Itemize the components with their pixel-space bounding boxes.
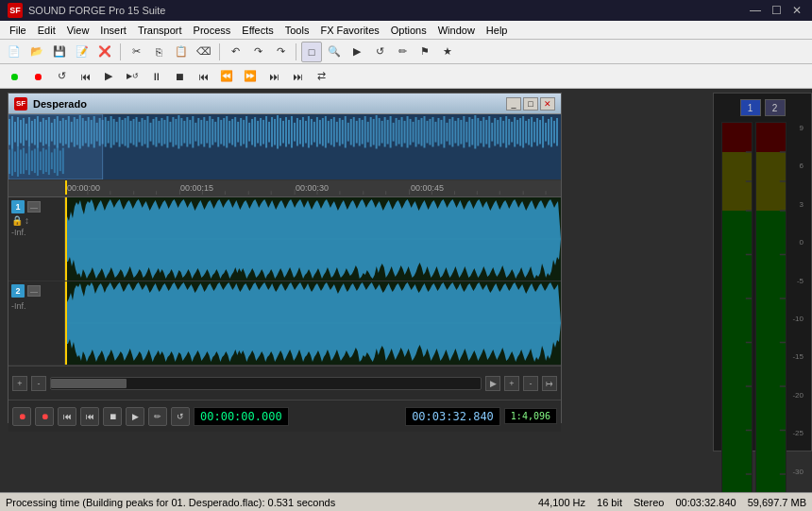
star-button[interactable]: ★ — [437, 42, 458, 62]
transport-edit-button[interactable]: ✏ — [148, 407, 167, 426]
next-button[interactable]: ⏭ — [263, 66, 284, 87]
rec-button[interactable]: ⏺ — [27, 66, 48, 87]
transport-rec-arm-button[interactable]: ⏺ — [35, 407, 54, 426]
close-file-button[interactable]: ❌ — [94, 42, 115, 62]
add-track-button[interactable]: + — [12, 376, 27, 391]
redo2-button[interactable]: ↷ — [270, 42, 291, 62]
zoom-fit-button[interactable]: ↦ — [542, 376, 557, 391]
svg-rect-114 — [328, 121, 330, 144]
menu-insert[interactable]: Insert — [94, 23, 132, 38]
svg-rect-72 — [209, 116, 211, 148]
menu-file[interactable]: File — [4, 23, 32, 38]
svg-rect-112 — [322, 118, 324, 146]
menu-transport[interactable]: Transport — [132, 23, 188, 38]
remove-track-button[interactable]: - — [31, 376, 46, 391]
vu-channel-1-button[interactable]: 1 — [740, 99, 761, 116]
track-area: 00:00:00 00:00:15 00:00:30 00:00:45 — [8, 180, 561, 366]
svg-rect-89 — [257, 121, 259, 144]
pencil-button[interactable]: ✏ — [392, 42, 413, 62]
menu-view[interactable]: View — [61, 23, 95, 38]
scrollbar-thumb[interactable] — [51, 379, 127, 388]
save-button[interactable]: 💾 — [49, 42, 70, 62]
aw-minimize-button[interactable]: _ — [506, 97, 521, 111]
waveform-overview[interactable] — [8, 114, 561, 180]
play-loop-button[interactable]: ▶↺ — [122, 66, 143, 87]
menu-help[interactable]: Help — [481, 23, 514, 38]
menu-edit[interactable]: Edit — [32, 23, 61, 38]
open-button[interactable]: 📂 — [26, 42, 47, 62]
cut-button[interactable]: ✂ — [126, 42, 146, 62]
menu-fx-favorites[interactable]: FX Favorites — [314, 23, 384, 38]
pause-button[interactable]: ⏸ — [145, 66, 166, 87]
track-2-mute[interactable]: — — [27, 285, 41, 297]
zoom-out-button[interactable]: - — [523, 376, 538, 391]
close-button[interactable]: ✕ — [789, 3, 804, 18]
transport-record-button[interactable]: ⏺ — [12, 407, 31, 426]
window-controls[interactable]: — ☐ ✕ — [748, 3, 804, 18]
zoom-button[interactable]: 🔍 — [324, 42, 345, 62]
vu-scale-0: 0 — [787, 238, 804, 247]
track-2-waveform[interactable] — [65, 281, 561, 365]
select-button[interactable]: □ — [301, 42, 322, 62]
marker-button[interactable]: ⚑ — [414, 42, 435, 62]
undo-button[interactable]: ↶ — [225, 42, 245, 62]
vu-scale-n15: -15 — [787, 352, 804, 361]
vu-scale-3: 3 — [787, 200, 804, 209]
zoom-in-button[interactable]: + — [504, 376, 519, 391]
svg-rect-181 — [516, 120, 518, 145]
channels-display: Stereo — [634, 497, 664, 508]
svg-rect-147 — [421, 118, 423, 146]
svg-rect-122 — [350, 119, 352, 145]
stop-button[interactable]: ⏹ — [169, 66, 190, 87]
menu-effects[interactable]: Effects — [236, 23, 279, 38]
transport-prev-button[interactable]: ⏮ — [80, 407, 99, 426]
aw-maximize-button[interactable]: □ — [523, 97, 538, 111]
aw-close-button[interactable]: ✕ — [540, 97, 555, 111]
svg-rect-102 — [294, 123, 296, 142]
record-indicator[interactable]: ⏺ — [4, 66, 25, 87]
svg-rect-96 — [277, 115, 279, 148]
loop-button[interactable]: ↺ — [369, 42, 390, 62]
prev-button[interactable]: ⏮ — [193, 66, 213, 87]
redo-button[interactable]: ↷ — [247, 42, 268, 62]
copy-button[interactable]: ⎘ — [148, 42, 169, 62]
svg-rect-176 — [502, 121, 504, 144]
svg-rect-163 — [465, 122, 467, 143]
end-button[interactable]: ⏭ — [287, 66, 308, 87]
time-ruler[interactable]: 00:00:00 00:00:15 00:00:30 00:00:45 — [8, 180, 561, 197]
horizontal-scrollbar[interactable] — [50, 377, 482, 390]
track-1-waveform[interactable] — [65, 197, 561, 281]
track-1-mute[interactable]: — — [27, 201, 41, 213]
main-area: SF Desperado _ □ ✕ — [0, 89, 812, 458]
svg-rect-150 — [429, 119, 431, 145]
maximize-button[interactable]: ☐ — [769, 3, 784, 18]
svg-rect-80 — [231, 119, 233, 145]
saveas-button[interactable]: 📝 — [72, 42, 93, 62]
transport-loop-button[interactable]: ↺ — [171, 407, 190, 426]
vu-channel-2-button[interactable]: 2 — [765, 99, 786, 116]
loop-region-button[interactable]: ⇄ — [311, 66, 331, 87]
menu-process[interactable]: Process — [188, 23, 237, 38]
menu-tools[interactable]: Tools — [279, 23, 315, 38]
svg-rect-127 — [364, 116, 366, 148]
transport-rewind-button[interactable]: ⏮ — [58, 407, 76, 426]
fast-rewind-button[interactable]: ⏪ — [216, 66, 237, 87]
play-button[interactable]: ▶ — [98, 66, 119, 87]
minimize-button[interactable]: — — [748, 3, 763, 18]
svg-rect-41 — [122, 120, 124, 145]
menu-options[interactable]: Options — [385, 23, 432, 38]
new-button[interactable]: 📄 — [4, 42, 25, 62]
menu-window[interactable]: Window — [432, 23, 481, 38]
svg-rect-46 — [136, 117, 138, 147]
rewind-button[interactable]: ⏮ — [75, 66, 95, 87]
prev-marker-button[interactable]: ↺ — [51, 66, 72, 87]
audio-window-controls[interactable]: _ □ ✕ — [506, 97, 555, 111]
transport-stop-button[interactable]: ⏹ — [103, 407, 122, 426]
delete-button[interactable]: ⌫ — [194, 42, 214, 62]
play-bottom-button[interactable]: ▶ — [485, 376, 500, 391]
paste-button[interactable]: 📋 — [171, 42, 192, 62]
svg-rect-141 — [404, 121, 406, 144]
fast-forward-button[interactable]: ⏩ — [240, 66, 261, 87]
render-button[interactable]: ▶ — [347, 42, 367, 62]
transport-play-button[interactable]: ▶ — [126, 407, 144, 426]
